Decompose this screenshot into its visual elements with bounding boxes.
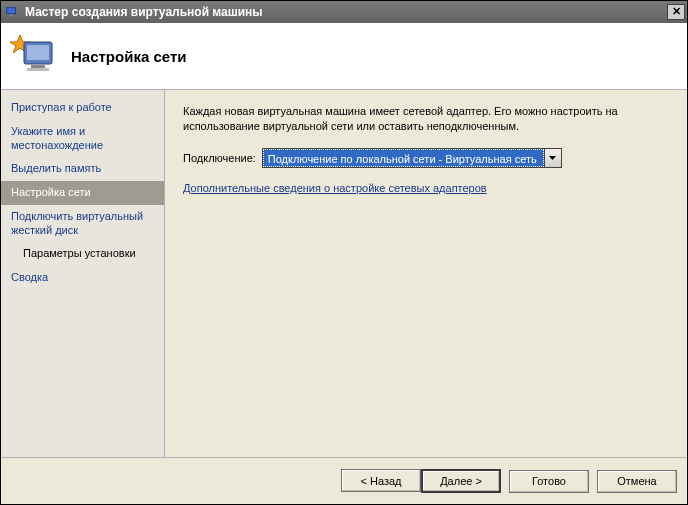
connection-label: Подключение: — [183, 152, 256, 164]
svg-rect-1 — [9, 15, 13, 17]
step-summary[interactable]: Сводка — [1, 266, 164, 290]
step-vhd[interactable]: Подключить виртуальный жесткий диск — [1, 205, 164, 243]
svg-rect-0 — [7, 8, 16, 14]
description-text: Каждая новая виртуальная машина имеет се… — [183, 104, 669, 134]
wizard-header-icon — [9, 32, 57, 80]
button-bar: < Назад Далее > Готово Отмена — [1, 457, 687, 504]
svg-rect-4 — [27, 45, 49, 60]
nav-button-pair: < Назад Далее > — [341, 469, 501, 493]
next-button[interactable]: Далее > — [421, 469, 501, 493]
window-title: Мастер создания виртуальной машины — [25, 5, 667, 19]
back-button[interactable]: < Назад — [341, 469, 421, 492]
chevron-down-icon[interactable] — [544, 149, 561, 167]
wizard-header: Настройка сети — [1, 23, 687, 90]
connection-row: Подключение: Подключение по локальной се… — [183, 148, 669, 168]
step-name-location[interactable]: Укажите имя и местонахождение — [1, 120, 164, 158]
step-memory[interactable]: Выделить память — [1, 157, 164, 181]
titlebar: Мастер создания виртуальной машины ✕ — [1, 1, 687, 23]
cancel-button[interactable]: Отмена — [597, 470, 677, 493]
page-title: Настройка сети — [71, 48, 186, 65]
step-sidebar: Приступая к работе Укажите имя и местона… — [1, 90, 165, 457]
connection-select[interactable]: Подключение по локальной сети - Виртуаль… — [262, 148, 562, 168]
svg-rect-6 — [27, 68, 49, 71]
content-pane: Каждая новая виртуальная машина имеет се… — [165, 90, 687, 457]
svg-marker-7 — [549, 156, 556, 160]
step-networking[interactable]: Настройка сети — [1, 181, 164, 205]
app-icon — [5, 5, 19, 19]
svg-rect-5 — [31, 65, 45, 68]
connection-select-value: Подключение по локальной сети - Виртуаль… — [263, 149, 544, 167]
close-button[interactable]: ✕ — [667, 4, 685, 20]
step-install-options[interactable]: Параметры установки — [1, 242, 164, 266]
step-getting-started[interactable]: Приступая к работе — [1, 96, 164, 120]
more-info-link[interactable]: Дополнительные сведения о настройке сете… — [183, 182, 487, 194]
wizard-window: Мастер создания виртуальной машины ✕ Нас… — [0, 0, 688, 505]
finish-button[interactable]: Готово — [509, 470, 589, 493]
wizard-body: Приступая к работе Укажите имя и местона… — [1, 90, 687, 457]
